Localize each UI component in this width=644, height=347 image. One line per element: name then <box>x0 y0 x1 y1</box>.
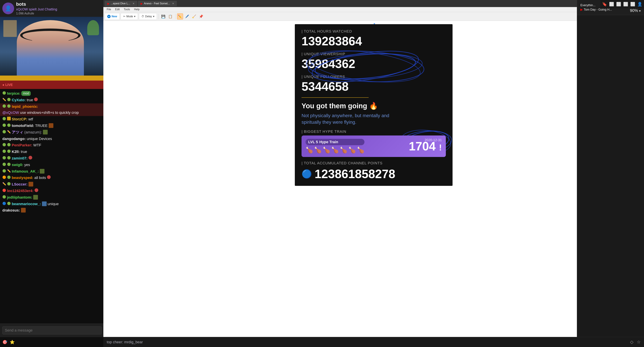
chat-input-area <box>0 323 104 337</box>
unique-viewership-label: UNIQUE VIEWERSHIP <box>302 52 446 56</box>
yt-tab-close-2[interactable]: ✕ <box>172 2 174 5</box>
browser-tab-bar: ▶ ...epest Dive L... ✕ ▶ Anevo - Feel So… <box>103 0 577 7</box>
channel-points-section: TOTAL ACCUMULATED CHANNEL POINTS 🔵 12386… <box>302 161 446 181</box>
toolbar-separator <box>158 14 159 19</box>
nav-icon-1[interactable]: ⬜ <box>609 2 614 7</box>
chat-message: 🟢 🟢 K2ll: true <box>0 149 104 155</box>
top-cheer-text: top cheer: mrdig_bear <box>107 340 143 344</box>
menu-help[interactable]: Help <box>132 7 142 12</box>
hype-train-title: Hype Train <box>319 140 338 144</box>
right-panel: Everythin... ▶ Tom Day - Going H... 3:39… <box>577 0 644 347</box>
mode-button[interactable]: ✂ Mode ▾ <box>121 13 138 20</box>
chat-input[interactable] <box>2 326 102 334</box>
chat-container: 🟢 terpice: mod ✏️ 🟢 CyXato: true 🟢 🟢 tep… <box>0 89 104 323</box>
username: LSoccer: <box>12 182 28 187</box>
menu-file[interactable]: File <box>105 7 113 12</box>
total-hours-block: TOTAL HOURS WATCHED 139283864 <box>302 29 446 48</box>
chat-message: 🔵 🟢 beanmariocow_: unique <box>0 201 104 207</box>
stream-panel: 👤 bots xQcOW spielt Just Chatting 1.096 … <box>0 0 104 347</box>
chat-message: ✏️ 🟢 CyXato: true <box>0 97 104 103</box>
channel-playing: xQcOW spielt Just Chatting <box>16 8 57 11</box>
chat-message: 🟢 🟢 PeniParker: WTF <box>0 142 104 149</box>
chat-message: 🟢 ✏️ Infamous_AK_: <box>0 168 104 175</box>
yellow-banner <box>0 76 104 81</box>
highlighter-button[interactable]: 🖊️ <box>184 14 190 20</box>
divider-line <box>302 97 369 98</box>
unique-followers-value: 5344658 <box>302 80 446 93</box>
new-button[interactable]: + New <box>105 13 120 20</box>
chat-message: 🟢 🟢 zamin07: <box>0 155 104 162</box>
channel-info: bots xQcOW spielt Just Chatting 1.096 Au… <box>16 2 57 15</box>
delay-icon: ⏱ <box>142 15 144 18</box>
copy-button[interactable]: 📋 <box>168 14 174 20</box>
username: zamin07: <box>12 156 28 161</box>
pin-button[interactable]: 📌 <box>198 14 204 20</box>
hype-emotes: 🍗🍗🍗🍗🍗🍗🍗 <box>306 147 364 154</box>
lvl-text: LVL 5 <box>308 140 318 144</box>
username: アツィ <box>12 130 23 135</box>
video-preview <box>0 17 104 76</box>
total-hours-label: TOTAL HOURS WATCHED <box>302 29 446 34</box>
bookmark-icon[interactable]: 🔖 <box>602 2 607 7</box>
nav-icon-3[interactable]: ⬜ <box>623 2 628 7</box>
chat-message: 🟢 jedliiphantom: <box>0 194 104 201</box>
eraser-button[interactable]: 🧹 <box>191 14 197 20</box>
chat-message: 🟢 ✏️ アツィ (amazum): <box>0 129 104 136</box>
unique-viewership-value: 35984362 <box>302 57 446 71</box>
total-hours-value: 139283864 <box>302 35 446 48</box>
top-right-icons: 🔖 ⬜ ⬜ ⬜ ⬜ 👤 <box>600 0 644 9</box>
channel-header: 👤 bots xQcOW spielt Just Chatting 1.096 … <box>0 0 104 17</box>
username: jedliiphantom: <box>7 195 32 200</box>
motivation-heading: You got them going 🔥 <box>302 102 446 110</box>
chat-message: ✏️ 🟢 LSoccer: <box>0 181 104 188</box>
menu-edit[interactable]: Edit <box>113 7 122 12</box>
mode-chevron: ▾ <box>134 15 136 18</box>
username: StorzCP: <box>12 117 27 122</box>
hype-date: 2020-12-31 <box>425 138 442 142</box>
motivation-sub: Not physically anywhere, but mentally an… <box>302 112 446 125</box>
chat-message: drakosus: <box>0 207 104 214</box>
channel-points-value: 🔵 123861858278 <box>302 167 446 181</box>
new-icon: + <box>107 15 110 18</box>
username: leo1242453er4: <box>7 188 34 194</box>
yt-tab-label-1: ...epest Dive L... <box>111 2 130 5</box>
yt-right-icon: ▶ <box>580 8 583 12</box>
mode-icon: ✂ <box>123 15 125 18</box>
chat-message: 🟢 StorzCP: wtf <box>0 116 104 123</box>
diamond-icon: ◇ <box>630 339 634 345</box>
username: terpice: <box>7 91 20 96</box>
nav-icon-2[interactable]: ⬜ <box>616 2 621 7</box>
channel-points-label: TOTAL ACCUMULATED CHANNEL POINTS <box>302 161 446 165</box>
red-banner: ● LIVE <box>0 81 104 89</box>
cp-icon: 🔵 <box>302 169 312 179</box>
top-cheer-bar: top cheer: mrdig_bear ◇ ☆ <box>103 337 644 347</box>
channel-name: bots <box>16 2 57 7</box>
yt-tab-close-1[interactable]: ✕ <box>132 2 134 5</box>
snipping-content: TOTAL HOURS WATCHED 139283864 UNIQUE VIE… <box>103 21 644 347</box>
yt-icon-1: ▶ <box>108 2 110 5</box>
delay-chevron: ▾ <box>153 15 154 18</box>
username: beanmariocow_: <box>12 201 41 207</box>
pen-button[interactable]: ✏️ <box>177 14 183 20</box>
hype-train-label: BIGGEST HYPE TRAIN <box>302 129 446 134</box>
yt-tab-label-2: Anevo - Feel Somet... <box>144 2 170 5</box>
yt-tab-2[interactable]: ▶ Anevo - Feel Somet... ✕ <box>138 1 177 6</box>
lvl-badge: LVL 5 Hype Train <box>306 139 364 145</box>
chat-message: 🟢 terpice: mod <box>0 90 104 97</box>
nav-icon-4[interactable]: ⬜ <box>630 2 635 7</box>
stats-card: TOTAL HOURS WATCHED 139283864 UNIQUE VIE… <box>295 24 452 186</box>
save-button[interactable]: 💾 <box>160 14 166 20</box>
volume-display: 90% ▾ <box>630 8 641 13</box>
username: K2ll: <box>12 149 20 154</box>
menu-tools[interactable]: Tools <box>122 7 132 12</box>
user-icon[interactable]: 👤 <box>637 2 642 7</box>
username: CyXato: <box>12 98 26 103</box>
hype-train-section: BIGGEST HYPE TRAIN LVL 5 Hype Train 🍗🍗🍗🍗… <box>302 129 446 157</box>
username: drakosus: <box>2 208 20 213</box>
username: PeniParker: <box>12 143 32 148</box>
cheer-actions: ◇ ☆ <box>630 339 641 345</box>
yt-tab-1[interactable]: ▶ ...epest Dive L... ✕ <box>105 1 137 6</box>
chat-message: dangodango: unique Devices <box>0 136 104 142</box>
live-indicator: ● LIVE <box>2 83 13 87</box>
delay-button[interactable]: ⏱ Delay ▾ <box>139 13 157 20</box>
